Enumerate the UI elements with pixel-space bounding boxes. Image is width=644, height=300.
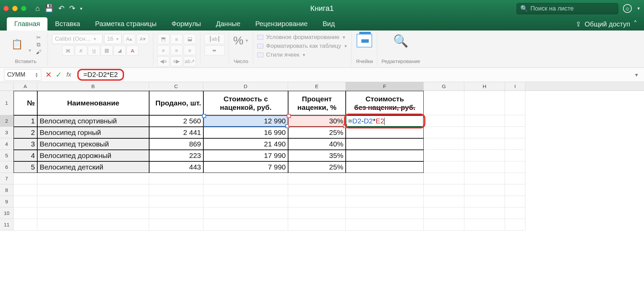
cell-C7[interactable] bbox=[149, 173, 203, 184]
cell-B5[interactable]: Велосипед дорожный bbox=[37, 150, 149, 161]
cell-C10[interactable] bbox=[149, 207, 203, 219]
cell-A3[interactable]: 2 bbox=[14, 127, 37, 138]
col-header-H[interactable]: H bbox=[464, 82, 505, 91]
font-color-button[interactable]: A bbox=[126, 45, 139, 56]
cell-D10[interactable] bbox=[203, 207, 288, 219]
cell-H8[interactable] bbox=[464, 184, 505, 196]
align-middle-button[interactable]: ≡ bbox=[170, 34, 183, 44]
orientation-button[interactable]: ab↗ bbox=[184, 56, 196, 66]
cell-G1[interactable] bbox=[424, 91, 464, 115]
cell-F1[interactable]: Стоимостьбез наценки, руб. bbox=[346, 91, 424, 115]
row-header-8[interactable]: 8 bbox=[0, 184, 14, 196]
cell-G7[interactable] bbox=[424, 173, 464, 184]
cell-A5[interactable]: 4 bbox=[14, 150, 37, 161]
share-button-label[interactable]: Общий доступ bbox=[585, 20, 630, 28]
redo-icon[interactable]: ↷ bbox=[69, 4, 75, 13]
cell-I8[interactable] bbox=[505, 184, 525, 196]
cell-E8[interactable] bbox=[288, 184, 346, 196]
wrap-text-button[interactable]: ┃ab┃ bbox=[204, 34, 225, 44]
cell-A10[interactable] bbox=[14, 207, 37, 219]
col-header-I[interactable]: I bbox=[505, 82, 525, 91]
cell-E5[interactable]: 35% bbox=[288, 150, 346, 161]
search-input[interactable] bbox=[530, 5, 615, 13]
cell-B11[interactable] bbox=[37, 219, 149, 231]
cell-A6[interactable]: 5 bbox=[14, 161, 37, 173]
row-header-9[interactable]: 9 bbox=[0, 196, 14, 207]
tab-page-layout[interactable]: Разметка страницы bbox=[87, 17, 164, 31]
cell-D11[interactable] bbox=[203, 219, 288, 231]
cell-H1[interactable] bbox=[464, 91, 505, 115]
cell-I1[interactable] bbox=[505, 91, 525, 115]
cell-styles-button[interactable]: Стили ячеек▼ bbox=[257, 52, 347, 58]
cell-I7[interactable] bbox=[505, 173, 525, 184]
format-as-table-button[interactable]: Форматировать как таблицу▼ bbox=[257, 43, 347, 49]
cell-F6[interactable] bbox=[346, 161, 424, 173]
cell-F10[interactable] bbox=[346, 207, 424, 219]
increase-font-button[interactable]: A▴ bbox=[123, 34, 135, 44]
col-header-D[interactable]: D bbox=[203, 82, 288, 91]
cell-G8[interactable] bbox=[424, 184, 464, 196]
find-icon[interactable]: 🔍 bbox=[393, 34, 408, 48]
row-header-1[interactable]: 1 bbox=[0, 91, 14, 115]
cell-C8[interactable] bbox=[149, 184, 203, 196]
cell-D7[interactable] bbox=[203, 173, 288, 184]
col-header-B[interactable]: B bbox=[37, 82, 149, 91]
cell-E4[interactable]: 40% bbox=[288, 138, 346, 150]
cell-F4[interactable] bbox=[346, 138, 424, 150]
col-header-E[interactable]: E bbox=[288, 82, 346, 91]
cell-F2[interactable]: =D2-D2*E2 bbox=[346, 115, 424, 127]
share-icon[interactable]: ⇪ bbox=[576, 20, 581, 28]
cell-F11[interactable] bbox=[346, 219, 424, 231]
bold-button[interactable]: Ж bbox=[62, 45, 74, 56]
cell-A8[interactable] bbox=[14, 184, 37, 196]
col-header-C[interactable]: C bbox=[149, 82, 203, 91]
tab-data[interactable]: Данные bbox=[208, 17, 248, 31]
select-all-corner[interactable] bbox=[0, 82, 14, 91]
font-size-select[interactable]: 16▼ bbox=[104, 34, 122, 44]
cell-C1[interactable]: Продано, шт. bbox=[149, 91, 203, 115]
cell-E2[interactable]: 30% bbox=[288, 115, 346, 127]
cell-I10[interactable] bbox=[505, 207, 525, 219]
cell-E9[interactable] bbox=[288, 196, 346, 207]
qat-customize-icon[interactable]: ▾ bbox=[80, 6, 82, 11]
cell-I11[interactable] bbox=[505, 219, 525, 231]
align-center-button[interactable]: ≡ bbox=[170, 45, 183, 55]
cell-F5[interactable] bbox=[346, 150, 424, 161]
cell-I6[interactable] bbox=[505, 161, 525, 173]
cell-C6[interactable]: 443 bbox=[149, 161, 203, 173]
feedback-icon[interactable]: ☺ bbox=[623, 4, 632, 13]
cell-B1[interactable]: Наименование bbox=[37, 91, 149, 115]
row-header-4[interactable]: 4 bbox=[0, 138, 14, 150]
cell-I3[interactable] bbox=[505, 127, 525, 138]
cell-H9[interactable] bbox=[464, 196, 505, 207]
cut-button[interactable]: ✂ bbox=[34, 34, 43, 41]
cell-G11[interactable] bbox=[424, 219, 464, 231]
tab-insert[interactable]: Вставка bbox=[47, 17, 87, 31]
col-header-A[interactable]: A bbox=[14, 82, 37, 91]
cell-G10[interactable] bbox=[424, 207, 464, 219]
font-name-select[interactable]: Calibri (Осн…▼ bbox=[52, 34, 103, 44]
cell-G5[interactable] bbox=[424, 150, 464, 161]
close-window-button[interactable] bbox=[3, 6, 9, 11]
cell-B2[interactable]: Велосипед спортивный bbox=[37, 115, 149, 127]
cell-H3[interactable] bbox=[464, 127, 505, 138]
save-icon[interactable]: 💾 bbox=[44, 4, 54, 13]
tab-review[interactable]: Рецензирование bbox=[248, 17, 315, 31]
cell-G3[interactable] bbox=[424, 127, 464, 138]
cell-C9[interactable] bbox=[149, 196, 203, 207]
cell-C3[interactable]: 2 441 bbox=[149, 127, 203, 138]
cell-C2[interactable]: 2 560 bbox=[149, 115, 203, 127]
align-right-button[interactable]: ≡ bbox=[184, 45, 196, 55]
underline-button[interactable]: Ч bbox=[88, 45, 100, 56]
fill-color-button[interactable]: ◢ bbox=[114, 45, 126, 56]
cell-H10[interactable] bbox=[464, 207, 505, 219]
cell-H11[interactable] bbox=[464, 219, 505, 231]
search-box[interactable]: 🔍 bbox=[517, 3, 618, 14]
row-header-7[interactable]: 7 bbox=[0, 173, 14, 184]
cells-icon[interactable] bbox=[357, 34, 372, 47]
name-box-stepper-icon[interactable]: ▲▼ bbox=[35, 72, 38, 78]
cell-C4[interactable]: 869 bbox=[149, 138, 203, 150]
cell-B8[interactable] bbox=[37, 184, 149, 196]
cell-G4[interactable] bbox=[424, 138, 464, 150]
tab-home[interactable]: Главная bbox=[7, 17, 47, 31]
